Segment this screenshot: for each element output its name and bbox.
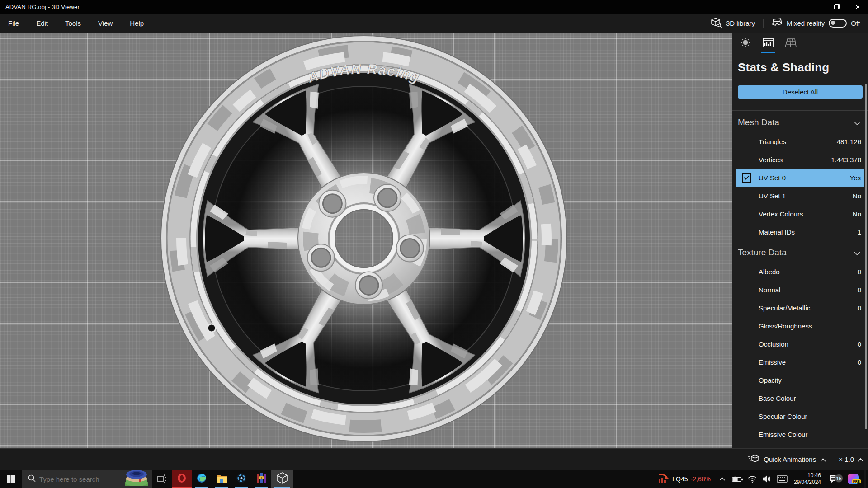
close-button[interactable] (847, 0, 868, 14)
panel-scrollbar[interactable] (865, 84, 867, 429)
mixed-reality-icon (772, 18, 783, 28)
copilot-button[interactable]: PRE (845, 474, 861, 484)
stock-widget[interactable]: LQ45 -2,68% (655, 473, 713, 485)
stats-shading-panel: Stats & Shading Deselect All Mesh Data T… (732, 33, 868, 448)
row-specular-metallic[interactable]: Specular/Metallic 0 (732, 299, 868, 317)
row-normal[interactable]: Normal 0 (732, 281, 868, 299)
row-value: 0 (858, 268, 861, 276)
menu-tools[interactable]: Tools (59, 19, 87, 27)
taskbar-app-3d-viewer[interactable] (271, 470, 293, 488)
search-input[interactable] (39, 475, 116, 483)
row-label: Occlusion (759, 340, 788, 348)
opera-icon (176, 473, 187, 485)
tab-stats[interactable] (761, 38, 775, 54)
divider (763, 19, 764, 28)
checkbox-checked-icon[interactable] (742, 173, 751, 183)
copilot-pre-badge: PRE (852, 479, 861, 483)
valve-stem (208, 324, 216, 332)
taskbar-app-edge[interactable] (192, 470, 212, 488)
folder-icon (216, 474, 227, 485)
3d-viewport[interactable]: ADVAN Racing (0, 33, 732, 448)
row-label: Emissive (759, 358, 786, 366)
taskbar-app-file-explorer[interactable] (212, 470, 231, 488)
taskbar-app-opera[interactable] (172, 470, 192, 488)
touch-keyboard-icon[interactable] (776, 475, 788, 483)
animation-speed-control[interactable]: × 1.0 (839, 455, 863, 463)
stock-chart-icon (658, 473, 670, 485)
mixed-reality-toggle[interactable] (829, 19, 847, 28)
3d-library-button[interactable]: 3D library (708, 18, 759, 29)
minimize-button[interactable] (806, 0, 826, 14)
texture-data-header[interactable]: Texture Data (732, 243, 868, 263)
row-material-ids[interactable]: Material IDs 1 (732, 223, 868, 241)
menu-file[interactable]: File (2, 19, 25, 27)
chevron-down-icon (854, 248, 861, 258)
row-label: UV Set 1 (759, 192, 786, 200)
row-label: Emissive Colour (759, 431, 807, 438)
search-icon (28, 474, 36, 484)
battery-icon[interactable] (731, 476, 743, 482)
wifi-icon[interactable] (746, 476, 758, 483)
window-title: ADVAN RG.obj - 3D Viewer (5, 4, 80, 10)
row-specular-colour[interactable]: Specular Colour (732, 407, 868, 425)
3d-viewer-cube-icon (277, 472, 288, 486)
tab-environment[interactable] (739, 38, 752, 54)
row-gloss-roughness[interactable]: Gloss/Roughness (732, 317, 868, 335)
row-uv-set-1[interactable]: UV Set 1 No (732, 187, 868, 205)
row-label: Vertices (759, 156, 783, 164)
sun-icon (741, 38, 750, 49)
clock-date: 29/04/2024 (794, 479, 821, 486)
taskbar-clock[interactable]: 10:46 29/04/2024 (791, 472, 824, 486)
row-triangles[interactable]: Triangles 481.126 (732, 132, 868, 150)
row-value: Yes (850, 174, 861, 182)
row-occlusion[interactable]: Occlusion 0 (732, 335, 868, 353)
menu-bar: File Edit Tools View Help 3D library Mix… (0, 14, 868, 33)
row-value: 0 (858, 286, 861, 294)
chevron-up-icon (820, 455, 826, 463)
speed-value: × 1.0 (839, 455, 854, 463)
show-desktop-button[interactable] (864, 470, 866, 488)
row-label: Normal (759, 286, 780, 294)
menu-help[interactable]: Help (123, 19, 150, 27)
search-3d-model-thumbnail (119, 469, 152, 488)
menu-edit[interactable]: Edit (30, 19, 54, 27)
row-label: Gloss/Roughness (759, 322, 812, 330)
restore-button[interactable] (826, 0, 847, 14)
clock-time: 10:46 (794, 472, 821, 479)
quick-animations-label: Quick Animations (764, 455, 816, 463)
stock-change: -2,68% (691, 475, 711, 483)
chevron-down-icon (854, 117, 861, 127)
row-albedo[interactable]: Albedo 0 (732, 263, 868, 281)
3d-library-icon (711, 18, 722, 29)
row-label: UV Set 0 (759, 174, 786, 182)
row-vertex-colours[interactable]: Vertex Colours No (732, 205, 868, 223)
quick-animations-button[interactable]: Quick Animations (748, 454, 826, 465)
hidden-icons-chevron[interactable] (717, 477, 728, 481)
start-button[interactable] (0, 470, 22, 488)
taskbar-app-winrar[interactable] (251, 470, 271, 488)
row-emissive[interactable]: Emissive 0 (732, 353, 868, 371)
mesh-data-header[interactable]: Mesh Data (732, 113, 868, 132)
mesh-data-title: Mesh Data (738, 117, 779, 127)
taskbar-search[interactable] (22, 470, 152, 488)
row-value: 1.443.378 (831, 156, 861, 164)
task-view-button[interactable] (152, 470, 172, 488)
row-label: Material IDs (759, 228, 795, 236)
volume-icon[interactable] (761, 475, 773, 483)
row-value: No (853, 210, 861, 218)
row-uv-set-0[interactable]: UV Set 0 Yes (736, 169, 864, 187)
row-vertices[interactable]: Vertices 1.443.378 (732, 150, 868, 169)
row-base-colour[interactable]: Base Colour (732, 389, 868, 407)
notification-center-button[interactable]: 15 (827, 474, 842, 483)
row-label: Base Colour (759, 394, 796, 402)
mixed-reality-button[interactable]: Mixed reality Off (768, 18, 863, 28)
windows-logo-icon (7, 475, 15, 483)
deselect-all-button[interactable]: Deselect All (738, 85, 863, 99)
row-emissive-colour[interactable]: Emissive Colour (732, 425, 868, 443)
row-value: No (853, 192, 861, 200)
menu-view[interactable]: View (92, 19, 119, 27)
wheel-model[interactable]: ADVAN Racing (0, 33, 732, 448)
tab-grid[interactable] (784, 38, 797, 54)
row-opacity[interactable]: Opacity (732, 371, 868, 389)
taskbar-app-aperture[interactable] (231, 470, 251, 488)
